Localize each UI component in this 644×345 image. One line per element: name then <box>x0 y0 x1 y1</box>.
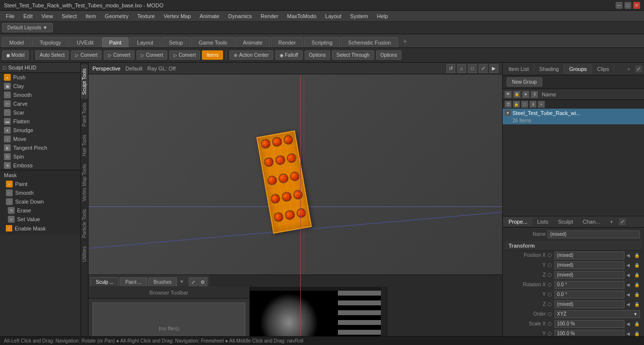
list-render-icon[interactable]: ● <box>522 91 529 98</box>
group-add-icon[interactable]: + <box>538 101 545 108</box>
sub-tab-channels[interactable]: Chan... <box>578 217 605 226</box>
tab-topology[interactable]: Topology <box>32 37 68 47</box>
tab-paint[interactable]: Paint <box>102 37 129 47</box>
side-tab-hair[interactable]: Hair Tools <box>81 131 88 160</box>
prop-rotationy-radio[interactable] <box>548 293 552 297</box>
viewport-canvas[interactable]: 26 Items Polygons : Face Channels: 0 Def… <box>89 74 502 345</box>
bottom-tab-arrow[interactable]: ▾ <box>178 277 186 286</box>
prop-order-radio[interactable] <box>548 312 552 316</box>
bottom-tab-paint[interactable]: Paint ... <box>120 277 147 286</box>
prop-positiony-value[interactable]: (mixed) <box>555 261 624 269</box>
side-tab-particle[interactable]: Particle Tools <box>81 205 88 242</box>
bottom-panel-settings[interactable]: ⚙ <box>199 277 207 286</box>
menu-layout[interactable]: Layout <box>321 12 345 20</box>
prop-rotationx-radio[interactable] <box>548 283 552 287</box>
tool-smudge[interactable]: ● Smudge <box>0 126 80 135</box>
mask-scaledown[interactable]: ↓ Scale Down <box>4 197 76 206</box>
options-btn-1[interactable]: Options <box>305 50 330 60</box>
list-lock-icon[interactable]: 🔒 <box>513 91 520 98</box>
sub-tab-sculpt[interactable]: Sculpt <box>553 217 578 226</box>
prop-scaley-radio[interactable] <box>548 332 552 336</box>
maximize-button[interactable]: □ <box>624 2 631 9</box>
tab-uvedit[interactable]: UVEdit <box>69 37 101 47</box>
group-lock-icon2[interactable]: 🔒 <box>513 101 520 108</box>
auto-select-btn[interactable]: Auto Select <box>35 50 69 60</box>
items-btn[interactable]: Items <box>202 50 222 60</box>
menu-render[interactable]: Render <box>257 12 282 20</box>
right-tab-itemlist[interactable]: Item List <box>504 64 534 74</box>
mask-paint[interactable]: ● Paint <box>4 180 76 188</box>
bottom-panel-expand[interactable]: ⤢ <box>189 277 198 286</box>
convert-btn-3[interactable]: ▷ Convert <box>136 50 167 60</box>
model-btn[interactable]: ◼ Model <box>2 50 29 60</box>
enable-mask-row[interactable]: ✓ Enable Mask <box>4 224 76 233</box>
tool-smooth[interactable]: ~ Smooth <box>0 91 80 99</box>
menu-file[interactable]: File <box>2 12 19 20</box>
side-tab-paint[interactable]: Paint Tools <box>81 99 88 131</box>
prop-scalex-radio[interactable] <box>548 322 552 326</box>
tool-scar[interactable]: ⌒ Scar <box>0 108 80 117</box>
tool-flatten[interactable]: ▬ Flatten <box>0 117 80 126</box>
convert-btn-4[interactable]: ▷ Convert <box>169 50 200 60</box>
prop-positionz-radio[interactable] <box>548 273 552 277</box>
list-info-icon[interactable]: ℹ <box>531 91 538 98</box>
group-vis-icon[interactable]: □ <box>521 101 528 108</box>
options-btn-2[interactable]: Options <box>376 50 401 60</box>
tool-push[interactable]: ▲ Push <box>0 73 80 82</box>
side-tab-utilities[interactable]: Utilities <box>81 242 88 266</box>
menu-item[interactable]: Item <box>82 12 100 20</box>
vp-zoom-btn[interactable]: ⌕ <box>457 64 466 73</box>
menu-select[interactable]: Select <box>58 12 81 20</box>
group-info-icon2[interactable]: ℹ <box>530 101 536 108</box>
right-tab-groups[interactable]: Groups <box>564 64 592 74</box>
menu-dynamics[interactable]: Dynamics <box>224 12 256 20</box>
prop-rotationy-value[interactable]: 0.0 ° <box>555 291 624 299</box>
tool-spin[interactable]: ↻ Spin <box>0 152 80 161</box>
right-tab-clips[interactable]: Clips <box>592 64 614 74</box>
prop-scalex-value[interactable]: 100.0 % <box>555 320 624 328</box>
menu-view[interactable]: View <box>38 12 57 20</box>
vp-more-btn[interactable]: ▶ <box>489 64 498 73</box>
prop-positionx-radio[interactable] <box>548 253 552 257</box>
enable-mask-checkbox[interactable]: ✓ <box>6 225 12 231</box>
tool-clay[interactable]: ◼ Clay <box>0 82 80 91</box>
sub-tab-properties[interactable]: Prope... <box>504 217 533 226</box>
tab-render2[interactable]: Render <box>271 37 303 47</box>
action-center-btn[interactable]: ⊕ Action Center <box>229 50 273 60</box>
menu-texture[interactable]: Texture <box>133 12 159 20</box>
sub-tab-add[interactable]: + <box>605 217 618 226</box>
convert-btn-2[interactable]: ▷ Convert <box>104 50 134 60</box>
right-tab-expand[interactable]: ⤢ <box>635 66 642 72</box>
tool-setvalue[interactable]: # Set Value <box>4 215 76 224</box>
vp-rotate-btn[interactable]: ↺ <box>446 64 455 73</box>
tab-schematic[interactable]: Schematic Fusion <box>341 37 398 47</box>
tab-gametools[interactable]: Game Tools <box>191 37 235 47</box>
tool-erase[interactable]: ✕ Erase <box>4 206 76 215</box>
prop-rotationz-radio[interactable] <box>548 302 552 306</box>
prop-name-value[interactable]: (mixed) <box>548 230 640 238</box>
bottom-tab-brushes[interactable]: Brushes <box>148 277 177 286</box>
tool-move[interactable]: ↕ Move <box>0 135 80 143</box>
tab-scripting[interactable]: Scripting <box>304 37 340 47</box>
menu-system[interactable]: System <box>346 12 372 20</box>
menu-help[interactable]: Help <box>373 12 392 20</box>
sub-tab-lists[interactable]: Lists <box>533 217 554 226</box>
tab-setup[interactable]: Setup <box>161 37 190 47</box>
menu-vertexmap[interactable]: Vertex Map <box>160 12 195 20</box>
sub-tab-expand[interactable]: ⤢ <box>619 218 626 225</box>
prop-positionz-value[interactable]: (mixed) <box>555 271 624 279</box>
group-item-rack[interactable]: ● Steel_Test_Tube_Rack_wi... <box>503 109 644 117</box>
falloff-btn[interactable]: ◉ Falloff <box>275 50 303 60</box>
group-toggle-icon[interactable]: ☰ <box>505 101 511 108</box>
minimize-button[interactable]: ─ <box>616 2 622 9</box>
menu-edit[interactable]: Edit <box>20 12 37 20</box>
prop-rotationz-value[interactable]: (mixed) <box>555 300 624 308</box>
close-button[interactable]: ✕ <box>633 2 640 9</box>
prop-rotationx-value[interactable]: 0.0 ° <box>555 281 624 289</box>
vp-expand-btn[interactable]: ⤢ <box>479 64 488 73</box>
list-eye-icon[interactable]: 👁 <box>505 91 511 98</box>
mask-smooth[interactable]: ~ Smooth <box>4 188 76 197</box>
add-tab-button[interactable]: + <box>399 36 411 46</box>
prop-order-value[interactable]: XYZ ▼ <box>555 310 640 318</box>
mask-header[interactable]: Mask <box>4 172 76 178</box>
